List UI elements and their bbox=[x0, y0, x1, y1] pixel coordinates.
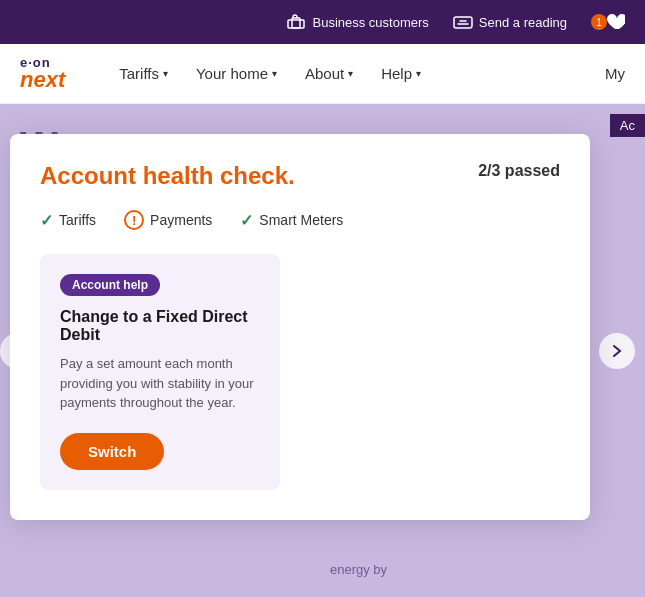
modal-header: Account health check. 2/3 passed bbox=[40, 162, 560, 190]
nav-about-label: About bbox=[305, 65, 344, 82]
check-tariffs-icon: ✓ bbox=[40, 211, 53, 230]
check-tariffs-label: Tariffs bbox=[59, 212, 96, 228]
check-smart-meters-label: Smart Meters bbox=[259, 212, 343, 228]
check-smart-meters-icon: ✓ bbox=[240, 211, 253, 230]
meter-icon bbox=[453, 12, 473, 32]
chevron-down-icon: ▾ bbox=[272, 68, 277, 79]
main-nav: e·on next Tariffs ▾ Your home ▾ About ▾ … bbox=[0, 44, 645, 104]
business-customers-link[interactable]: Business customers bbox=[286, 12, 428, 32]
check-tariffs: ✓ Tariffs bbox=[40, 211, 96, 230]
health-check-modal: Account health check. 2/3 passed ✓ Tarif… bbox=[10, 134, 590, 520]
briefcase-icon bbox=[286, 12, 306, 32]
chevron-down-icon: ▾ bbox=[163, 68, 168, 79]
check-payments: ! Payments bbox=[124, 210, 212, 230]
nav-help[interactable]: Help ▾ bbox=[367, 44, 435, 104]
top-bar: Business customers Send a reading 1 bbox=[0, 0, 645, 44]
check-payments-icon: ! bbox=[124, 210, 144, 230]
business-customers-label: Business customers bbox=[312, 15, 428, 30]
logo-next: next bbox=[20, 69, 65, 91]
modal-container: Account health check. 2/3 passed ✓ Tarif… bbox=[0, 104, 645, 597]
send-reading-label: Send a reading bbox=[479, 15, 567, 30]
modal-title: Account health check. bbox=[40, 162, 295, 190]
nav-tariffs-label: Tariffs bbox=[119, 65, 159, 82]
nav-your-home-label: Your home bbox=[196, 65, 268, 82]
svg-rect-2 bbox=[454, 17, 472, 28]
card-description: Pay a set amount each month providing yo… bbox=[60, 354, 260, 413]
logo[interactable]: e·on next bbox=[20, 56, 65, 91]
heart-icon bbox=[605, 12, 625, 32]
notifications-link[interactable]: 1 bbox=[591, 12, 625, 32]
account-help-card: Account help Change to a Fixed Direct De… bbox=[40, 254, 280, 490]
nav-your-home[interactable]: Your home ▾ bbox=[182, 44, 291, 104]
svg-rect-1 bbox=[288, 20, 304, 28]
switch-button[interactable]: Switch bbox=[60, 433, 164, 470]
modal-checks: ✓ Tariffs ! Payments ✓ Smart Meters bbox=[40, 210, 560, 230]
modal-passed: 2/3 passed bbox=[478, 162, 560, 180]
check-payments-label: Payments bbox=[150, 212, 212, 228]
nav-my-label: My bbox=[605, 65, 625, 82]
chevron-down-icon: ▾ bbox=[416, 68, 421, 79]
nav-tariffs[interactable]: Tariffs ▾ bbox=[105, 44, 182, 104]
card-tag: Account help bbox=[60, 274, 160, 296]
nav-my[interactable]: My bbox=[591, 65, 625, 82]
card-title: Change to a Fixed Direct Debit bbox=[60, 308, 260, 344]
send-reading-link[interactable]: Send a reading bbox=[453, 12, 567, 32]
chevron-down-icon: ▾ bbox=[348, 68, 353, 79]
check-smart-meters: ✓ Smart Meters bbox=[240, 211, 343, 230]
nav-about[interactable]: About ▾ bbox=[291, 44, 367, 104]
nav-help-label: Help bbox=[381, 65, 412, 82]
